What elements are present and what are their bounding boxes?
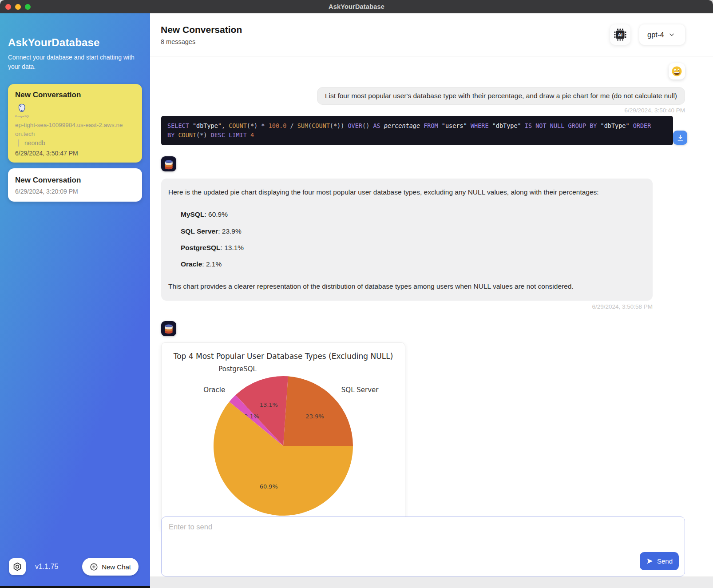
download-icon (677, 134, 684, 142)
db-type-item: SQL Server: 23.9% (181, 223, 646, 239)
ai-chip-icon: AI (613, 28, 627, 42)
assistant-intro: Here is the updated pie chart displaying… (168, 187, 646, 197)
pie-name-label: PostgreSQL (218, 365, 257, 373)
postgresql-icon-label: PostgreSQL (15, 115, 28, 118)
pie-name-label: SQL Server (341, 385, 379, 393)
footer-strip (150, 576, 713, 588)
db-type-list: MySQL: 60.9%SQL Server: 23.9%PostgreSQL:… (181, 206, 646, 272)
app-name: AskYourDatabase (8, 36, 142, 49)
download-result-button[interactable] (673, 131, 687, 145)
database-stack-icon (164, 323, 174, 334)
assistant-message-bubble: Here is the updated pie chart displaying… (161, 179, 653, 301)
pie-pct-label: 13.1% (260, 401, 278, 408)
window-bottom-edge (0, 586, 150, 588)
smiley-emoji-icon (671, 66, 682, 77)
conversation-timestamp: 6/29/2024, 3:50:47 PM (15, 150, 135, 157)
db-type-item: Oracle: 2.1% (181, 256, 646, 272)
send-plane-icon (646, 557, 654, 565)
user-message-timestamp: 6/29/2024, 3:50:40 PM (624, 107, 685, 114)
ai-mode-button[interactable]: AI (610, 24, 630, 45)
plus-circle-icon (90, 563, 98, 571)
sidebar-bottom-bar: v1.1.75 New Chat (9, 558, 139, 576)
zoom-window-button[interactable] (25, 4, 31, 10)
main-header: New Conversation 8 messages AI (150, 13, 713, 56)
chat-area: List four most popular user's database t… (150, 57, 713, 576)
message-input[interactable] (162, 517, 685, 576)
composer: Send (161, 516, 685, 576)
send-label: Send (657, 557, 673, 565)
settings-button[interactable] (9, 558, 26, 575)
svg-text:AI: AI (618, 32, 623, 37)
database-name: neondb (18, 139, 135, 147)
assistant-avatar (161, 321, 176, 336)
close-window-button[interactable] (5, 4, 11, 10)
sql-query-block: SELECT "dbType", COUNT(*) * 100.0 / SUM(… (161, 116, 673, 145)
new-chat-label: New Chat (102, 563, 131, 571)
sidebar: AskYourDatabase Connect your database an… (0, 13, 150, 586)
db-type-item: MySQL: 60.9% (181, 206, 646, 222)
pie-name-label: Oracle (203, 385, 225, 393)
minimize-window-button[interactable] (15, 4, 21, 10)
user-avatar (669, 63, 685, 79)
chevron-down-icon (669, 32, 675, 38)
user-message-bubble: List four most popular user's database t… (317, 87, 685, 105)
message-count: 8 messages (161, 38, 242, 45)
app-tagline: Connect your database and start chatting… (8, 53, 138, 72)
conversation-title: New Conversation (15, 176, 135, 185)
traffic-lights (5, 0, 31, 13)
assistant-outro: This chart provides a clearer representa… (168, 281, 646, 291)
conversation-card[interactable]: New Conversation 6/29/2024, 3:20:09 PM (8, 168, 142, 202)
assistant-message-timestamp: 6/29/2024, 3:50:58 PM (161, 303, 653, 310)
app-window: AskYourDatabase AskYourDatabase Connect … (0, 0, 713, 588)
conversation-card-selected[interactable]: New Conversation PostgreSQL ep-tight-sea… (8, 84, 142, 163)
pie-pct-label: 60.9% (260, 483, 278, 489)
sql-code: SELECT "dbType", COUNT(*) * 100.0 / SUM(… (161, 116, 673, 145)
pie-chart: 23.9%SQL Server13.1%PostgreSQL2.1%Oracle… (162, 361, 405, 526)
send-button[interactable]: Send (640, 552, 679, 570)
window-title: AskYourDatabase (329, 3, 384, 10)
conversation-timestamp: 6/29/2024, 3:20:09 PM (15, 188, 135, 195)
conversation-title: New Conversation (15, 91, 135, 99)
new-chat-button[interactable]: New Chat (82, 558, 139, 576)
gear-icon (12, 561, 23, 572)
model-selector[interactable]: gpt-4 (639, 24, 685, 45)
db-type-item: PostgreSQL: 13.1% (181, 239, 646, 256)
database-host: ep-tight-sea-10099984.us-east-2.aws.neon… (15, 121, 124, 138)
pie-pct-label: 23.9% (306, 413, 324, 419)
titlebar: AskYourDatabase (0, 0, 713, 13)
app-version: v1.1.75 (35, 563, 58, 571)
pie-chart-card: Top 4 Most Popular User Database Types (… (161, 342, 405, 532)
postgresql-icon: PostgreSQL (15, 103, 28, 118)
assistant-avatar (161, 156, 176, 171)
database-stack-icon (164, 159, 174, 170)
page-title: New Conversation (161, 24, 242, 35)
model-selector-value: gpt-4 (647, 31, 664, 39)
main-panel: New Conversation 8 messages AI (150, 13, 713, 588)
chart-title: Top 4 Most Popular User Database Types (… (162, 352, 405, 361)
